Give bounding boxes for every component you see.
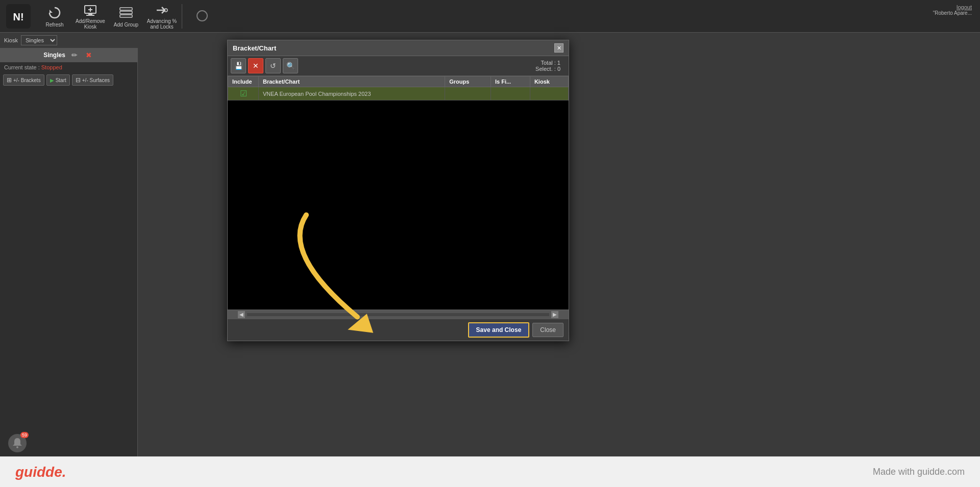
panel-title: Singles xyxy=(43,52,65,59)
brackets-icon: ⊞ xyxy=(7,76,12,84)
modal-footer: Save and Close Close xyxy=(228,319,569,341)
app-logo: N! xyxy=(4,2,33,31)
main-toolbar: N! Refresh Add/Remove Kiosk xyxy=(0,0,980,33)
refresh-button[interactable]: Refresh xyxy=(37,2,72,31)
svg-rect-9 xyxy=(120,11,132,14)
state-value: Stopped xyxy=(41,64,62,70)
col-bracket: Bracket/Chart xyxy=(259,76,445,87)
add-remove-kiosk-button[interactable]: Add/Remove Kiosk xyxy=(72,2,108,31)
kiosk-select[interactable]: Singles Doubles xyxy=(21,35,57,45)
groups-cell xyxy=(445,87,491,100)
isfinal-cell xyxy=(491,87,530,100)
add-group-button[interactable]: Add Group xyxy=(108,2,144,31)
user-info: logout "Roberto Apare... xyxy=(925,0,980,20)
extra-toolbar-item[interactable] xyxy=(184,2,220,31)
made-with-guidde: Made with guidde.com xyxy=(873,467,965,477)
scroll-track[interactable] xyxy=(247,313,549,316)
modal-content-area xyxy=(228,100,569,310)
modal-cancel-button[interactable]: ✕ xyxy=(248,58,263,73)
toolbar-separator xyxy=(182,4,182,29)
advancing-locks-icon xyxy=(154,3,170,17)
close-button[interactable]: Close xyxy=(532,323,564,337)
col-include: Include xyxy=(228,76,259,87)
modal-save-button[interactable]: 💾 xyxy=(231,58,246,73)
modal-backdrop: Bracket/Chart ✕ 💾 ✕ ↺ 🔍 Total : 1 Select… xyxy=(138,33,980,456)
total-stat: Total : 1 xyxy=(535,60,560,66)
kiosk-label: Kiosk xyxy=(4,37,18,43)
start-icon: ▶ xyxy=(50,78,54,83)
bottom-bar: guidde. Made with guidde.com xyxy=(0,456,980,487)
include-checkmark: ☑ xyxy=(240,89,247,98)
modal-close-button[interactable]: ✕ xyxy=(554,43,564,53)
col-kiosk: Kiosk xyxy=(530,76,568,87)
modal-titlebar: Bracket/Chart ✕ xyxy=(228,40,569,56)
brackets-button[interactable]: ⊞ +/- Brackets xyxy=(3,74,44,86)
modal-scrollbar[interactable]: ◀ ▶ xyxy=(228,310,569,319)
left-panel-header: Singles ✏ ✖ xyxy=(0,48,137,62)
guidde-logo: guidde. xyxy=(15,464,66,480)
table-row[interactable]: ☑ VNEA European Pool Championships 2023 xyxy=(228,87,569,100)
surfaces-button[interactable]: ⊟ +/- Surfaces xyxy=(72,74,113,86)
modal-search-button[interactable]: 🔍 xyxy=(283,58,298,73)
modal-stats: Total : 1 Select. : 0 xyxy=(530,59,566,73)
kiosk-cell xyxy=(530,87,568,100)
current-state: Current state : Stopped xyxy=(0,62,137,72)
svg-text:N!: N! xyxy=(13,11,23,22)
svg-rect-8 xyxy=(120,8,132,10)
refresh-icon xyxy=(46,5,63,21)
panel-delete-button[interactable]: ✖ xyxy=(84,50,94,60)
include-cell[interactable]: ☑ xyxy=(228,87,259,100)
bracket-chart-table: Include Bracket/Chart Groups Is Fi... Ki… xyxy=(228,76,569,100)
select-stat: Select. : 0 xyxy=(535,66,560,72)
modal-title: Bracket/Chart xyxy=(233,44,276,52)
svg-marker-2 xyxy=(50,10,53,13)
col-groups: Groups xyxy=(445,76,491,87)
left-panel: Singles ✏ ✖ Current state : Stopped ⊞ +/… xyxy=(0,48,138,456)
notification-badge[interactable]: 59 xyxy=(8,434,27,452)
scroll-left[interactable]: ◀ xyxy=(238,311,245,318)
bracket-chart-modal: Bracket/Chart ✕ 💾 ✕ ↺ 🔍 Total : 1 Select… xyxy=(227,40,569,341)
scroll-right[interactable]: ▶ xyxy=(551,311,558,318)
surfaces-icon: ⊟ xyxy=(76,76,81,84)
badge-count: 59 xyxy=(20,432,29,438)
left-panel-actions: ⊞ +/- Brackets ▶ Start ⊟ +/- Surfaces xyxy=(0,72,137,88)
bracket-name-cell: VNEA European Pool Championships 2023 xyxy=(259,87,445,100)
start-button[interactable]: ▶ Start xyxy=(46,74,70,86)
modal-toolbar: 💾 ✕ ↺ 🔍 Total : 1 Select. : 0 xyxy=(228,56,569,76)
add-remove-kiosk-icon xyxy=(82,3,99,17)
svg-point-14 xyxy=(16,446,18,448)
advancing-locks-button[interactable]: Advancing % and Locks xyxy=(144,2,180,31)
col-isfinal: Is Fi... xyxy=(491,76,530,87)
username-text: "Roberto Apare... xyxy=(933,10,972,16)
svg-rect-10 xyxy=(120,15,132,17)
modal-refresh-button[interactable]: ↺ xyxy=(265,58,281,73)
svg-point-12 xyxy=(197,11,207,21)
logout-text[interactable]: logout xyxy=(933,4,972,10)
add-group-icon xyxy=(118,5,134,21)
panel-edit-button[interactable]: ✏ xyxy=(69,50,80,60)
save-and-close-button[interactable]: Save and Close xyxy=(468,322,530,338)
kiosk-row: Kiosk Singles Doubles xyxy=(0,33,61,48)
